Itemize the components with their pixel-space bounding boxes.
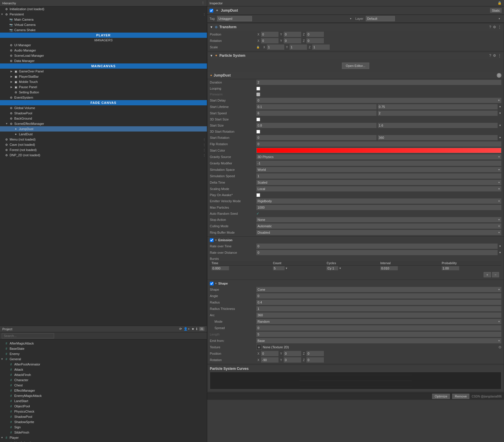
emitter-velocity-dropdown[interactable]: Rigidbody [256,198,501,204]
inspector-lock-icon[interactable]: 🔒 [498,1,502,5]
tree-item-pause-panel[interactable]: ▶ ▣ Pause Panel [0,84,207,90]
tree-item-playerstatbar[interactable]: ▶ ▣ PlayerStatBar [0,74,207,79]
position-z-input[interactable] [306,32,324,37]
rotation-z-input[interactable] [306,38,324,43]
play-on-awake-checkbox[interactable] [256,193,260,197]
optimize-button[interactable]: Optimize [432,394,450,399]
culling-mode-dropdown[interactable]: Automatic [256,223,501,229]
start-size-min-input[interactable] [256,123,377,128]
tree-item-eventsystem[interactable]: ⚙ EventSystem [0,95,207,100]
project-item-landstart[interactable]: # LandStart [0,398,207,404]
project-item-attackfinsh[interactable]: # AttackFinsh [0,372,207,377]
tree-item-main-camera[interactable]: 📷 Main Camera [0,17,207,22]
project-search-input[interactable] [2,333,54,338]
project-item-sign[interactable]: # Sign [0,425,207,430]
tree-item-virtual-camera[interactable]: 📷 Virtual Camera [0,22,207,27]
tree-item-ui-manager[interactable]: ⚙ UI Manager [0,42,207,48]
spread-input[interactable] [256,325,501,331]
length-input[interactable] [256,332,501,337]
dropdown-arrow[interactable]: ▼ [499,112,501,115]
project-item-shadowpool2[interactable]: # ShadowPool [0,414,207,419]
rotation-y-input[interactable] [284,38,301,43]
tree-item-global-volume[interactable]: ⚙ Global Volume [0,105,207,111]
project-item-objectpool[interactable]: # ObjectPool [0,404,207,409]
open-editor-button[interactable]: Open Editor... [342,63,369,69]
tree-item-camera-shake[interactable]: 📷 Camera Shake [0,27,207,33]
project-add-icon[interactable]: 👤+ [184,327,189,331]
simulation-speed-input[interactable] [256,173,501,179]
project-star-icon[interactable]: ★ [191,327,194,331]
project-item-basestate[interactable]: # BaseState [0,346,207,351]
dropdown-arrow[interactable]: ▼ [499,136,501,139]
rate-over-time-arrow[interactable]: ▼ [499,245,501,248]
ps-menu-icon[interactable]: ⋮ [498,54,501,58]
tree-item-init[interactable]: ⚙ Initialization (not loaded) [0,6,207,12]
burst-remove-button[interactable]: − [492,272,499,277]
flip-rotation-input[interactable] [256,141,501,147]
item-menu-icon[interactable]: ⋮ [203,143,206,146]
texture-select-icon[interactable]: ⊙ [498,345,501,349]
particle-system-header[interactable]: ▼ ✦ Particle System ? ⚙ ⋮ [207,52,504,59]
burst-add-button[interactable]: + [484,272,491,277]
gravity-source-dropdown[interactable]: 3D Physics [256,154,501,159]
tree-item-mobile-touch[interactable]: ▶ ▣ Mobile Touch [0,79,207,84]
tree-item-sceneload-manager[interactable]: ⚙ SceneLoad Manager [0,53,207,58]
layer-dropdown[interactable]: Default [366,16,395,21]
gravity-modifier-input[interactable] [256,161,501,166]
scale-x-input[interactable] [267,45,284,50]
3d-start-size-checkbox[interactable] [256,118,260,121]
tree-item-dnp[interactable]: ⚙ DNP_2D (not loaded) ⋮ [0,152,207,158]
project-item-chest[interactable]: # Chest [0,383,207,388]
shape-type-dropdown[interactable]: Cone [256,287,501,292]
emit-from-dropdown[interactable]: Base [256,338,501,343]
tree-item-background[interactable]: ⚙ BackGround [0,116,207,121]
project-item-general[interactable]: ▼ # General [0,356,207,362]
start-size-max-input[interactable] [378,123,498,128]
start-rotation-max-input[interactable] [378,135,498,140]
start-speed-min-input[interactable] [256,111,377,116]
shape-pos-x-input[interactable] [261,351,278,356]
3d-start-rotation-checkbox[interactable] [256,130,260,134]
transform-menu-icon[interactable]: ⋮ [498,25,501,29]
burst-count-arrow[interactable]: ▼ [285,267,288,270]
project-item-effectmanager[interactable]: # EffectManager [0,388,207,393]
transform-question-icon[interactable]: ? [489,25,491,29]
position-x-input[interactable] [261,32,278,37]
shape-rot-y-input[interactable] [284,357,301,363]
project-item-shadowsprite[interactable]: # ShadowSprite [0,419,207,425]
project-item-aftermagicattack[interactable]: # AfterMagicAttack [0,341,207,346]
shape-radius-input[interactable] [256,300,501,305]
transform-header[interactable]: ▼ ⊕ Transform ? ⚙ ⋮ [207,24,504,31]
delta-time-dropdown[interactable]: Scaled [256,180,501,185]
shape-toggle-checkbox[interactable] [210,282,214,285]
tree-item-menu[interactable]: ⚙ Menu (not loaded) ⋮ [0,137,207,142]
project-item-attack[interactable]: # Attack [0,367,207,372]
tree-item-sceneeffect[interactable]: ▼ ⚙ SceneEffectManager [0,121,207,126]
scaling-mode-dropdown[interactable]: Local [256,186,501,191]
rotation-x-input[interactable] [261,38,278,43]
rate-over-time-input[interactable] [256,244,498,249]
burst-count-input[interactable] [273,266,285,270]
rate-over-distance-input[interactable] [256,250,498,255]
stop-action-dropdown[interactable]: None [256,217,501,222]
position-y-input[interactable] [284,32,301,37]
burst-probability-input[interactable] [442,266,459,270]
tree-item-forest[interactable]: ⚙ Forest (not loaded) ⋮ [0,147,207,152]
start-delay-input[interactable] [256,98,501,103]
project-sync-icon[interactable]: ⟳ [179,327,182,331]
shape-rot-x-input[interactable] [261,357,278,363]
tag-dropdown[interactable]: Untagged [217,16,252,21]
tree-item-landdust[interactable]: ✦ LandDust [0,132,207,137]
arc-mode-dropdown[interactable]: Random [256,319,501,324]
dropdown-arrow[interactable]: ▼ [499,124,501,127]
simulation-space-dropdown[interactable]: World [256,167,501,172]
start-speed-max-input[interactable] [378,111,498,116]
shape-angle-input[interactable] [256,293,501,299]
ps-settings-icon[interactable]: ⚙ [493,54,496,58]
item-menu-icon[interactable]: ⋮ [203,148,206,152]
scale-z-input[interactable] [312,45,330,50]
tree-item-persistent[interactable]: ▼ ⚙ Persistent ⋮ [0,12,207,17]
item-menu-icon[interactable]: ⋮ [203,154,206,157]
ring-buffer-mode-dropdown[interactable]: Disabled [256,230,501,235]
looping-checkbox[interactable] [256,87,260,90]
